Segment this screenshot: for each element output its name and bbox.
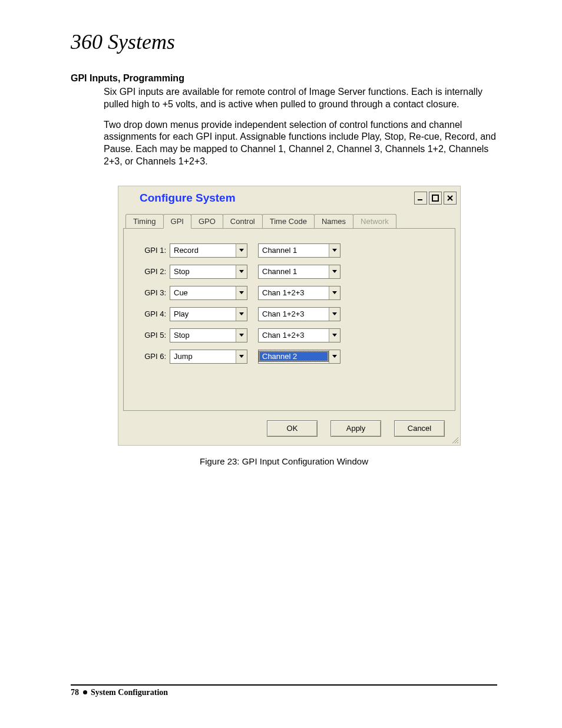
chevron-down-icon: [329, 286, 340, 299]
svg-line-18: [457, 442, 458, 443]
tab-timecode[interactable]: Time Code: [262, 214, 315, 229]
dialog-button-row: OK Apply Cancel: [118, 417, 460, 445]
minimize-button[interactable]: [414, 192, 427, 205]
ok-button[interactable]: OK: [267, 420, 318, 437]
dialog-titlebar: Configure System: [118, 186, 460, 207]
gpi1-label: GPI 1:: [133, 246, 170, 255]
tab-names[interactable]: Names: [314, 214, 353, 229]
gpi4-function-select[interactable]: Play: [170, 307, 247, 321]
svg-marker-4: [239, 249, 244, 252]
close-button[interactable]: [444, 192, 457, 205]
gpi5-label: GPI 5:: [133, 331, 170, 340]
chevron-down-icon: [329, 350, 340, 363]
footer-page-number: 78: [71, 688, 79, 697]
gpi1-channel-value: Channel 1: [259, 245, 329, 256]
gpi-row-5: GPI 5: Stop Chan 1+2+3: [133, 327, 445, 344]
gpi3-channel-value: Chan 1+2+3: [259, 287, 329, 298]
gpi4-channel-value: Chan 1+2+3: [259, 308, 329, 319]
chevron-down-icon: [329, 308, 340, 321]
tabstrip: Timing GPI GPO Control Time Code Names N…: [118, 207, 460, 228]
chevron-down-icon: [329, 329, 340, 342]
figure-caption: Figure 23: GPI Input Configuration Windo…: [71, 456, 497, 466]
tab-timing[interactable]: Timing: [125, 214, 164, 229]
chevron-down-icon: [236, 350, 247, 363]
maximize-button[interactable]: [429, 192, 442, 205]
page-footer: 78 System Configuration: [71, 684, 497, 697]
footer-section-name: System Configuration: [91, 688, 168, 697]
gpi2-channel-value: Channel 1: [259, 266, 329, 277]
svg-marker-12: [239, 334, 244, 337]
tab-control[interactable]: Control: [223, 214, 263, 229]
section-heading: GPI Inputs, Programming: [71, 73, 497, 84]
gpi-tabpanel: GPI 1: Record Channel 1 GPI 2: Stop: [123, 228, 455, 411]
dialog-title: Configure System: [122, 192, 414, 205]
gpi2-function-select[interactable]: Stop: [170, 265, 247, 279]
gpi6-channel-value: Channel 2: [259, 351, 329, 362]
minimize-icon: [417, 195, 424, 202]
svg-marker-13: [332, 334, 337, 337]
svg-marker-7: [332, 270, 337, 273]
maximize-icon: [432, 195, 439, 202]
gpi2-channel-select[interactable]: Channel 1: [258, 265, 340, 279]
svg-rect-0: [418, 199, 422, 200]
gpi6-function-value: Jump: [170, 351, 236, 362]
chevron-down-icon: [236, 265, 247, 278]
gpi-row-2: GPI 2: Stop Channel 1: [133, 263, 445, 281]
chevron-down-icon: [329, 265, 340, 278]
gpi1-function-select[interactable]: Record: [170, 243, 247, 258]
svg-rect-1: [432, 195, 438, 201]
gpi6-channel-select[interactable]: Channel 2: [258, 350, 340, 364]
gpi-row-3: GPI 3: Cue Chan 1+2+3: [133, 284, 445, 302]
gpi1-function-value: Record: [170, 245, 236, 256]
gpi5-channel-select[interactable]: Chan 1+2+3: [258, 328, 340, 342]
chevron-down-icon: [236, 244, 247, 257]
chevron-down-icon: [329, 244, 340, 257]
svg-marker-11: [332, 312, 337, 315]
tab-gpo[interactable]: GPO: [191, 214, 223, 229]
gpi6-function-select[interactable]: Jump: [170, 350, 247, 364]
gpi2-label: GPI 2:: [133, 267, 170, 276]
gpi5-function-select[interactable]: Stop: [170, 328, 247, 342]
gpi-row-1: GPI 1: Record Channel 1: [133, 242, 445, 259]
brand-logo: 360 Systems: [71, 29, 497, 54]
configure-system-dialog: Configure System Timing GPI GPO Control …: [118, 186, 461, 446]
gpi6-label: GPI 6:: [133, 352, 170, 361]
gpi-row-4: GPI 4: Play Chan 1+2+3: [133, 305, 445, 323]
bullet-icon: [83, 690, 87, 694]
cancel-button[interactable]: Cancel: [394, 420, 445, 437]
apply-button[interactable]: Apply: [330, 420, 381, 437]
gpi3-function-value: Cue: [170, 287, 236, 298]
tab-network[interactable]: Network: [353, 214, 396, 229]
gpi1-channel-select[interactable]: Channel 1: [258, 243, 340, 258]
paragraph-intro-2: Two drop down menus provide independent …: [104, 119, 497, 168]
gpi4-label: GPI 4:: [133, 309, 170, 318]
gpi2-function-value: Stop: [170, 266, 236, 277]
resize-grip-icon[interactable]: [451, 436, 459, 444]
gpi5-function-value: Stop: [170, 330, 236, 341]
svg-marker-8: [239, 291, 244, 294]
tab-gpi[interactable]: GPI: [163, 214, 191, 229]
chevron-down-icon: [236, 308, 247, 321]
close-icon: [447, 195, 454, 202]
gpi3-label: GPI 3:: [133, 288, 170, 297]
chevron-down-icon: [236, 329, 247, 342]
gpi4-channel-select[interactable]: Chan 1+2+3: [258, 307, 340, 321]
svg-marker-14: [239, 355, 244, 358]
gpi4-function-value: Play: [170, 308, 236, 319]
svg-marker-15: [332, 355, 337, 358]
chevron-down-icon: [236, 286, 247, 299]
gpi-row-6: GPI 6: Jump Channel 2: [133, 348, 445, 365]
paragraph-intro-1: Six GPI inputs are available for remote …: [104, 86, 497, 111]
svg-marker-9: [332, 291, 337, 294]
svg-marker-10: [239, 312, 244, 315]
gpi3-channel-select[interactable]: Chan 1+2+3: [258, 286, 340, 300]
svg-marker-6: [239, 270, 244, 273]
svg-marker-5: [332, 249, 337, 252]
gpi3-function-select[interactable]: Cue: [170, 286, 247, 300]
gpi5-channel-value: Chan 1+2+3: [259, 330, 329, 341]
